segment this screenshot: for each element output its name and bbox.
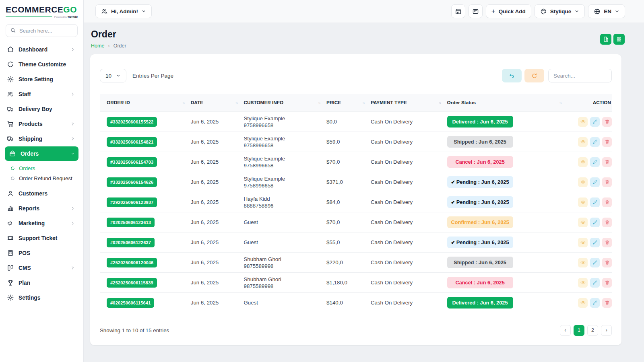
order-id-badge[interactable]: #3320250606155522 xyxy=(107,117,157,127)
order-id-badge[interactable]: #2520250606115839 xyxy=(107,278,157,288)
view-order-button[interactable] xyxy=(578,298,588,308)
entries-value: 10 xyxy=(105,73,111,79)
sidebar-item-cms[interactable]: CMS xyxy=(5,261,78,275)
table-row: #020250606123613Jun 6, 2025Guest$70,0Cas… xyxy=(100,212,612,232)
edit-order-button[interactable] xyxy=(590,258,600,267)
edit-order-button[interactable] xyxy=(590,157,600,167)
order-id-badge[interactable]: #3320250606154703 xyxy=(107,157,157,167)
view-order-button[interactable] xyxy=(578,278,588,288)
order-id-badge[interactable]: #020250606115641 xyxy=(107,298,154,308)
theme-select-button[interactable]: Stylique xyxy=(535,4,585,18)
edit-order-button[interactable] xyxy=(590,238,600,247)
order-price: $55,0 xyxy=(326,232,371,253)
sidebar-item-pos[interactable]: POS xyxy=(5,246,78,260)
sidebar-item-delivery-boy[interactable]: Delivery Boy xyxy=(5,102,78,116)
language-select-button[interactable]: EN xyxy=(588,4,625,18)
submenu-item-orders[interactable]: Orders xyxy=(10,163,78,173)
breadcrumb-home-link[interactable]: Home xyxy=(91,43,104,49)
column-header-order-id[interactable]: ORDER ID↑↓ xyxy=(100,94,191,112)
pagination-prev-button[interactable]: ‹ xyxy=(560,325,571,336)
eye-icon xyxy=(580,159,586,165)
sidebar-item-products[interactable]: Products xyxy=(5,117,78,131)
entries-per-page-select[interactable]: 10 xyxy=(100,69,126,82)
grid-icon xyxy=(616,37,622,42)
sidebar-item-customers[interactable]: Customers xyxy=(5,186,78,201)
order-price: $371,0 xyxy=(326,172,371,192)
sidebar-item-label: Plan xyxy=(19,280,30,286)
undo-button[interactable] xyxy=(502,69,522,82)
view-order-button[interactable] xyxy=(578,157,588,167)
delete-order-button[interactable] xyxy=(602,218,612,227)
table-search-input[interactable] xyxy=(548,69,612,82)
delete-order-button[interactable] xyxy=(602,278,612,288)
sidebar-item-marketing[interactable]: Marketing xyxy=(5,216,78,230)
sidebar-item-shipping[interactable]: Shipping xyxy=(5,132,78,146)
column-header-date[interactable]: DATE↑↓ xyxy=(191,94,244,112)
sidebar-item-store-setting[interactable]: Store Setting xyxy=(5,72,78,86)
order-price: $0,0 xyxy=(326,112,371,132)
brand-logo[interactable]: ECOMMERCEGO Powered by workdo xyxy=(0,0,83,18)
quick-add-button[interactable]: + Quick Add xyxy=(486,4,531,18)
order-id-badge[interactable]: #2920250606123937 xyxy=(107,197,157,207)
delete-order-button[interactable] xyxy=(602,137,612,147)
order-id-badge[interactable]: #3320250606154626 xyxy=(107,177,157,187)
order-id-badge[interactable]: #2520250606120046 xyxy=(107,258,157,267)
column-header-customer-info[interactable]: CUSTOMER INFO↑↓ xyxy=(244,94,326,112)
eye-icon xyxy=(580,240,586,245)
storefront-button[interactable] xyxy=(451,4,465,18)
order-id-badge[interactable]: #3320250606154821 xyxy=(107,137,157,147)
view-order-button[interactable] xyxy=(578,258,588,267)
submenu-item-order-refund-request[interactable]: Order Refund Request xyxy=(10,173,78,183)
order-date: Jun 6, 2025 xyxy=(191,212,244,232)
view-order-button[interactable] xyxy=(578,117,588,127)
edit-order-button[interactable] xyxy=(590,197,600,207)
sidebar-item-support-ticket[interactable]: Support Ticket xyxy=(5,231,78,245)
delete-order-button[interactable] xyxy=(602,157,612,167)
delete-order-button[interactable] xyxy=(602,177,612,187)
export-button[interactable] xyxy=(600,34,611,45)
delete-order-button[interactable] xyxy=(602,298,612,308)
delete-order-button[interactable] xyxy=(602,238,612,247)
sidebar-item-dashboard[interactable]: Dashboard xyxy=(5,42,78,57)
grid-view-button[interactable] xyxy=(613,34,625,45)
pagination-page-1[interactable]: 1 xyxy=(574,325,584,336)
trash-icon xyxy=(605,300,610,305)
column-header-price[interactable]: PRICE↑↓ xyxy=(326,94,371,112)
view-order-button[interactable] xyxy=(578,238,588,247)
delete-order-button[interactable] xyxy=(602,258,612,267)
order-status-badge: ✔Pending : Jun 6, 2025 xyxy=(447,196,513,208)
delete-order-button[interactable] xyxy=(602,197,612,207)
sidebar-item-plan[interactable]: Plan xyxy=(5,276,78,290)
view-order-button[interactable] xyxy=(578,177,588,187)
sidebar-item-orders[interactable]: Orders xyxy=(5,146,78,161)
view-order-button[interactable] xyxy=(578,137,588,147)
pagination-next-button[interactable]: › xyxy=(601,325,612,336)
sidebar-search-input[interactable] xyxy=(6,24,78,37)
admin-menu-button[interactable]: Hi, Admin! xyxy=(95,4,152,18)
sidebar-item-reports[interactable]: Reports xyxy=(5,201,78,216)
sidebar-item-label: Products xyxy=(19,121,43,127)
mail-card-icon xyxy=(472,8,479,15)
column-header-action: ACTION xyxy=(568,94,612,112)
sidebar-item-staff[interactable]: Staff xyxy=(5,87,78,101)
order-id-badge[interactable]: #020250606122637 xyxy=(107,238,155,247)
view-order-button[interactable] xyxy=(578,197,588,207)
edit-order-button[interactable] xyxy=(590,298,600,308)
delete-order-button[interactable] xyxy=(602,117,612,127)
mail-button[interactable] xyxy=(469,4,483,18)
edit-order-button[interactable] xyxy=(590,117,600,127)
order-status-badge: Cancel : Jun 6, 2025 xyxy=(447,277,513,288)
view-order-button[interactable] xyxy=(578,218,588,227)
edit-order-button[interactable] xyxy=(590,218,600,227)
pagination-page-2[interactable]: 2 xyxy=(587,325,598,336)
refresh-button[interactable] xyxy=(524,69,544,82)
column-header-payment-type[interactable]: PAYMENT TYPE↑↓ xyxy=(371,94,447,112)
sidebar-item-settings[interactable]: Settings xyxy=(5,290,78,305)
sidebar-item-label: Reports xyxy=(19,206,39,212)
order-id-badge[interactable]: #020250606123613 xyxy=(107,218,155,227)
edit-order-button[interactable] xyxy=(590,278,600,288)
edit-order-button[interactable] xyxy=(590,177,600,187)
sidebar-item-theme-customize[interactable]: Theme Customize xyxy=(5,57,78,72)
edit-order-button[interactable] xyxy=(590,137,600,147)
column-header-order-status[interactable]: Order Status↑↓ xyxy=(447,94,568,112)
